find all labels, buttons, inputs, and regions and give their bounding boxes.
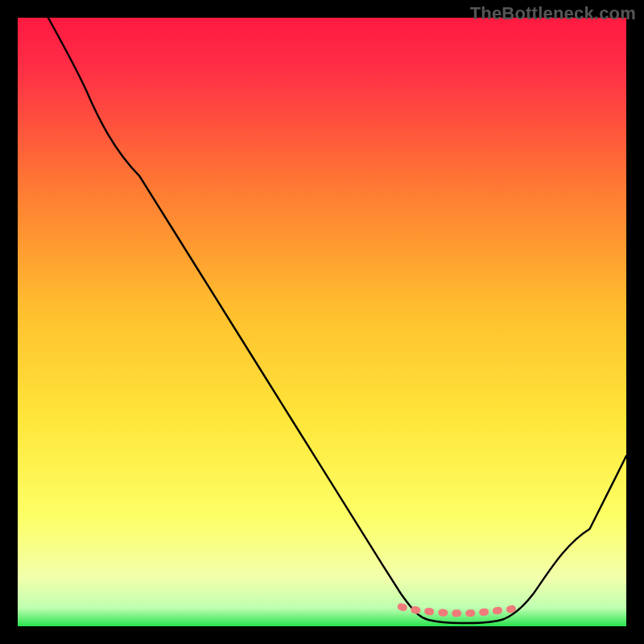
chart-svg (18, 18, 626, 626)
gradient-background (18, 18, 626, 626)
watermark-text: TheBottleneck.com (470, 3, 636, 24)
plot-area (18, 18, 626, 626)
chart-container: TheBottleneck.com (0, 0, 644, 644)
